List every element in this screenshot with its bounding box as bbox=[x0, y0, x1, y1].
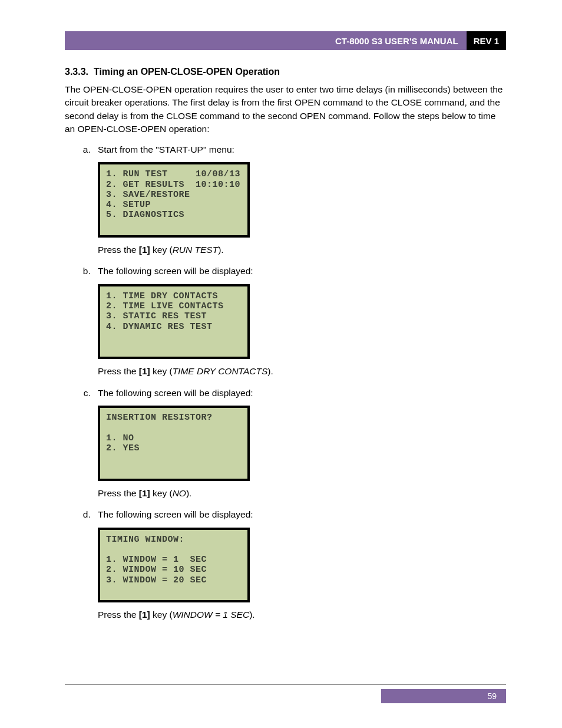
page-number: 59 bbox=[381, 689, 506, 703]
step-b-text: The following screen will be displayed: bbox=[98, 266, 253, 276]
section-title-text: Timing an OPEN-CLOSE-OPEN Operation bbox=[94, 67, 280, 77]
step-a: Start from the "START-UP" menu: 1. RUN T… bbox=[93, 143, 506, 256]
lcd-screen-insertion-resistor: INSERTION RESISTOR? 1. NO 2. YES bbox=[98, 406, 250, 481]
intro-paragraph: The OPEN-CLOSE-OPEN operation requires t… bbox=[65, 83, 506, 136]
step-c-text: The following screen will be displayed: bbox=[98, 388, 253, 398]
option-no: NO bbox=[173, 488, 186, 498]
text: key ( bbox=[150, 366, 173, 376]
step-d-text: The following screen will be displayed: bbox=[98, 509, 253, 519]
key-1: [1] bbox=[139, 488, 150, 498]
step-d-instruction: Press the [1] key (WINDOW = 1 SEC). bbox=[98, 608, 506, 621]
text: Press the bbox=[98, 610, 139, 620]
lcd-screen-test-type: 1. TIME DRY CONTACTS 2. TIME LIVE CONTAC… bbox=[98, 284, 250, 360]
text: ). bbox=[267, 366, 273, 376]
step-a-instruction: Press the [1] key (RUN TEST). bbox=[98, 243, 506, 256]
key-1: [1] bbox=[139, 245, 150, 255]
text: ). bbox=[218, 245, 223, 255]
step-b: The following screen will be displayed: … bbox=[93, 265, 506, 378]
key-1: [1] bbox=[139, 366, 150, 376]
steps-list: Start from the "START-UP" menu: 1. RUN T… bbox=[65, 143, 506, 622]
text: ). bbox=[186, 488, 191, 498]
header-accent bbox=[65, 31, 327, 50]
text: Press the bbox=[98, 366, 139, 376]
lcd-screen-startup: 1. RUN TEST 10/08/13 2. GET RESULTS 10:1… bbox=[98, 162, 250, 238]
section-heading: 3.3.3. Timing an OPEN-CLOSE-OPEN Operati… bbox=[65, 67, 506, 77]
text: Press the bbox=[98, 245, 139, 255]
text: ). bbox=[249, 610, 254, 620]
header-bar: CT-8000 S3 USER'S MANUAL REV 1 bbox=[65, 31, 506, 50]
step-c-instruction: Press the [1] key (NO). bbox=[98, 487, 506, 500]
key-1: [1] bbox=[139, 610, 150, 620]
page: CT-8000 S3 USER'S MANUAL REV 1 3.3.3. Ti… bbox=[0, 0, 562, 728]
step-c: The following screen will be displayed: … bbox=[93, 387, 506, 500]
step-a-text: Start from the "START-UP" menu: bbox=[98, 144, 234, 154]
text: Press the bbox=[98, 488, 139, 498]
footer: 59 bbox=[65, 684, 506, 703]
step-b-instruction: Press the [1] key (TIME DRY CONTACTS). bbox=[98, 365, 506, 378]
header-title: CT-8000 S3 USER'S MANUAL bbox=[327, 31, 467, 50]
text: key ( bbox=[150, 610, 173, 620]
footer-bar: 59 bbox=[65, 689, 506, 703]
step-d: The following screen will be displayed: … bbox=[93, 508, 506, 621]
text: key ( bbox=[150, 245, 173, 255]
footer-divider bbox=[65, 684, 506, 686]
section-number: 3.3.3. bbox=[65, 67, 88, 77]
option-run-test: RUN TEST bbox=[173, 245, 219, 255]
text: key ( bbox=[150, 488, 173, 498]
option-time-dry-contacts: TIME DRY CONTACTS bbox=[173, 366, 268, 376]
option-window-1-sec: WINDOW = 1 SEC bbox=[173, 610, 249, 620]
header-rev: REV 1 bbox=[467, 31, 506, 50]
lcd-screen-timing-window: TIMING WINDOW: 1. WINDOW = 1 SEC 2. WIND… bbox=[98, 528, 250, 603]
